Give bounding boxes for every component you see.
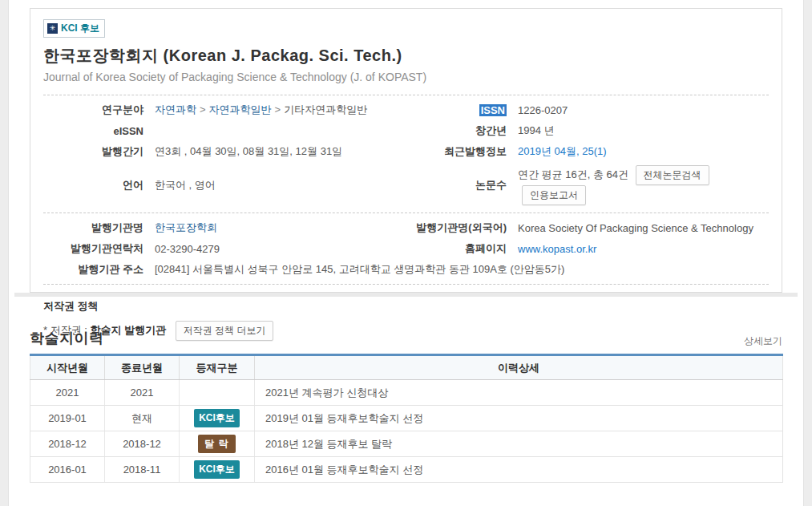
language-value: 한국어 , 영어	[155, 178, 383, 192]
history-start: 2016-01	[30, 457, 105, 483]
article-count-value: 연간 평균 16건, 총 64건 전체논문검색 인용보고서	[518, 165, 769, 205]
frequency-label: 발행간기	[43, 144, 143, 159]
search-all-articles-button[interactable]: 전체논문검색	[636, 165, 709, 185]
research-field-link-1[interactable]: 자연과학	[155, 103, 196, 115]
history-end: 현재	[105, 406, 180, 431]
publisher-address-label: 발행기관 주소	[43, 262, 143, 277]
info-row-contact: 발행기관연락처 02-3290-4279 홈페이지 www.kopast.or.…	[43, 238, 769, 259]
history-detail: 2021년 계속평가 신청대상	[255, 380, 783, 406]
publisher-foreign-label: 발행기관명(외국어)	[394, 221, 507, 235]
research-field-tail: 기타자연과학일반	[284, 103, 367, 115]
homepage-label: 홈페이지	[394, 241, 507, 256]
table-row: 2018-12 2018-12 탈 락 2018년 12월 등재후보 탈락	[30, 431, 783, 457]
divider	[43, 213, 769, 213]
card-bottom-shadow	[14, 293, 798, 297]
history-start: 2018-12	[30, 431, 105, 457]
research-field-link-2[interactable]: 자연과학일반	[209, 103, 272, 115]
column-header-listing-type: 등재구분	[180, 355, 255, 380]
publisher-value: 한국포장학회	[155, 221, 383, 235]
kci-candidate-status-badge: KCI후보	[194, 460, 240, 479]
publisher-label: 발행기관명	[43, 221, 143, 235]
citation-report-button[interactable]: 인용보고서	[522, 185, 586, 205]
history-section-title: 학술지이력	[30, 329, 104, 348]
homepage-value: www.kopast.or.kr	[518, 243, 769, 255]
latest-issue-value: 2019년 04월, 25(1)	[518, 144, 769, 159]
history-start: 2021	[30, 380, 105, 406]
history-detail: 2019년 01월 등재후보학술지 선정	[255, 406, 783, 431]
kci-candidate-badge: ✳ KCI 후보	[43, 19, 105, 38]
table-row: 2019-01 현재 KCI후보 2019년 01월 등재후보학술지 선정	[30, 406, 783, 431]
info-row-research-field: 연구분야 자연과학>자연과학일반>기타자연과학일반 ISSN 1226-0207	[43, 99, 769, 120]
page-left-gutter	[0, 0, 8, 506]
dropped-status-badge: 탈 락	[198, 435, 235, 453]
breadcrumb-separator: >	[200, 103, 206, 115]
language-label: 언어	[43, 178, 143, 192]
kci-logo-icon: ✳	[47, 23, 58, 34]
journal-history-section: 학술지이력 상세보기 시작년월 종료년월 등재구분 이력상세 2021 2021…	[30, 329, 782, 483]
publisher-contact-label: 발행기관연락처	[43, 241, 143, 256]
history-end: 2018-12	[105, 431, 180, 457]
kci-badge-label: KCI 후보	[61, 22, 99, 35]
info-row-frequency: 발행간기 연3회 , 04월 30일, 08월 31일, 12월 31일 최근발…	[43, 141, 769, 162]
breadcrumb-separator: >	[275, 103, 281, 115]
info-row-publisher: 발행기관명 한국포장학회 발행기관명(외국어) Korea Society Of…	[43, 217, 769, 238]
journal-subtitle: Journal of Korea Society of Packaging Sc…	[43, 71, 769, 83]
column-header-end-month: 종료년월	[105, 355, 180, 380]
history-badge-cell: KCI후보	[180, 457, 255, 483]
page-right-gutter	[804, 0, 812, 506]
history-badge-cell	[180, 380, 255, 406]
founded-year-value: 1994 년	[518, 123, 769, 138]
publisher-link[interactable]: 한국포장학회	[155, 221, 217, 233]
latest-issue-link[interactable]: 2019년 04월, 25(1)	[518, 145, 607, 157]
info-row-language: 언어 한국어 , 영어 논문수 연간 평균 16건, 총 64건 전체논문검색 …	[43, 162, 769, 208]
issn-label-highlight: ISSN	[479, 104, 507, 116]
copyright-policy-more-button[interactable]: 저작권 정책 더보기	[176, 321, 274, 341]
research-field-label: 연구분야	[43, 103, 143, 117]
issn-label: ISSN	[394, 104, 507, 116]
column-header-history-detail: 이력상세	[255, 355, 783, 380]
issn-value: 1226-0207	[518, 104, 769, 116]
history-end: 2018-11	[105, 457, 180, 483]
research-field-value: 자연과학>자연과학일반>기타자연과학일반	[155, 103, 383, 117]
article-count-label: 논문수	[394, 178, 507, 192]
copyright-policy-heading: 저작권 정책	[43, 299, 769, 314]
frequency-value: 연3회 , 04월 30일, 08월 31일, 12월 31일	[155, 144, 383, 159]
homepage-link[interactable]: www.kopast.or.kr	[518, 243, 596, 255]
history-badge-cell: KCI후보	[180, 406, 255, 431]
table-row: 2021 2021 2021년 계속평가 신청대상	[30, 380, 783, 406]
eissn-label: eISSN	[43, 125, 143, 137]
column-header-start-month: 시작년월	[30, 355, 105, 380]
history-table-header: 시작년월 종료년월 등재구분 이력상세	[30, 355, 783, 380]
history-detail: 2018년 12월 등재후보 탈락	[255, 431, 783, 457]
divider	[43, 284, 769, 285]
publisher-contact-value: 02-3290-4279	[155, 243, 383, 255]
history-badge-cell: 탈 락	[180, 431, 255, 457]
page-container: ✳ KCI 후보 한국포장학회지 (Korean J. Packag. Sci.…	[8, 0, 804, 506]
article-count-text: 연간 평균 16건, 총 64건	[518, 168, 628, 180]
history-end: 2021	[105, 380, 180, 406]
journal-info-card: ✳ KCI 후보 한국포장학회지 (Korean J. Packag. Sci.…	[30, 8, 782, 293]
publisher-foreign-value: Korea Society Of Packaging Science & Tec…	[518, 222, 769, 234]
history-detail: 2016년 01월 등재후보학술지 선정	[255, 457, 783, 483]
founded-year-label: 창간년	[394, 123, 507, 138]
journal-title: 한국포장학회지 (Korean J. Packag. Sci. Tech.)	[43, 45, 769, 67]
table-row: 2016-01 2018-11 KCI후보 2016년 01월 등재후보학술지 …	[30, 457, 783, 483]
journal-info-table: 연구분야 자연과학>자연과학일반>기타자연과학일반 ISSN 1226-0207…	[43, 99, 769, 285]
info-row-eissn: eISSN 창간년 1994 년	[43, 120, 769, 141]
divider	[43, 95, 769, 95]
history-table: 시작년월 종료년월 등재구분 이력상세 2021 2021 2021년 계속평가…	[30, 354, 783, 483]
publisher-address-value: [02841] 서울특별시 성북구 안암로 145, 고려대학교 생명과학관 동…	[155, 262, 769, 277]
info-row-address: 발행기관 주소 [02841] 서울특별시 성북구 안암로 145, 고려대학교…	[43, 259, 769, 280]
kci-candidate-status-badge: KCI후보	[194, 409, 240, 427]
history-start: 2019-01	[30, 406, 105, 431]
latest-issue-label: 최근발행정보	[394, 144, 507, 159]
history-detail-link[interactable]: 상세보기	[744, 334, 782, 348]
